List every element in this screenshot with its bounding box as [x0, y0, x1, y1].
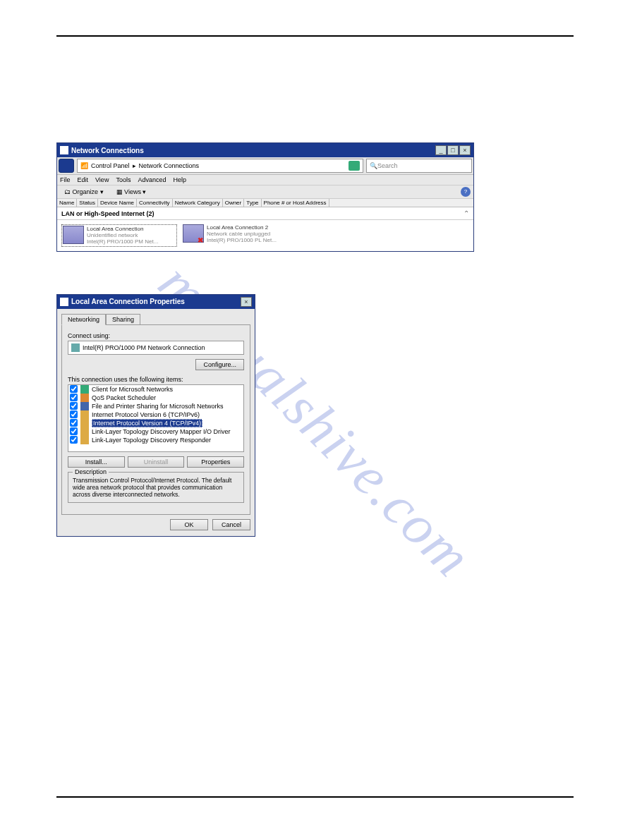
dialog-titlebar[interactable]: Local Area Connection Properties × — [57, 295, 255, 309]
list-item[interactable]: Client for Microsoft Networks — [68, 385, 243, 394]
nav-back-button[interactable] — [59, 159, 74, 173]
views-menu[interactable]: ▦ Views ▾ — [112, 187, 151, 197]
list-item-selected[interactable]: Internet Protocol Version 4 (TCP/IPv4) — [68, 419, 243, 427]
group-collapse-button[interactable]: ⌃ — [464, 209, 469, 217]
list-item[interactable]: Link-Layer Topology Discovery Mapper I/O… — [68, 427, 243, 436]
search-input[interactable]: 🔍 Search — [366, 159, 472, 173]
toolbar-help-button[interactable]: ? — [461, 187, 471, 197]
item-checkbox[interactable] — [70, 419, 78, 427]
toolbar: 🗂 Organize ▾ ▦ Views ▾ ? — [57, 185, 473, 199]
conn1-status: Unidentified network — [87, 232, 158, 238]
item-label: Client for Microsoft Networks — [92, 386, 173, 393]
item-label: Link-Layer Topology Discovery Mapper I/O… — [92, 428, 230, 435]
col-name[interactable]: Name — [57, 199, 77, 207]
item-checkbox[interactable] — [70, 427, 78, 435]
conn2-device: Intel(R) PRO/1000 PL Net... — [207, 237, 277, 243]
unplugged-icon: ✖ — [198, 236, 205, 243]
refresh-button[interactable] — [349, 161, 360, 171]
page-bottom-rule — [56, 796, 574, 798]
item-checkbox[interactable] — [70, 385, 78, 393]
window-titlebar[interactable]: Network Connections _ □ × — [57, 143, 473, 157]
tab-networking[interactable]: Networking — [61, 314, 106, 325]
window-title: Network Connections — [71, 147, 435, 154]
network-adapter-icon — [63, 226, 84, 244]
client-icon — [80, 385, 89, 394]
conn1-name: Local Area Connection — [87, 226, 158, 232]
group-header[interactable]: LAN or High-Speed Internet (2) ⌃ — [57, 207, 473, 220]
col-owner[interactable]: Owner — [223, 199, 245, 207]
address-bar: 📶 Control Panel ▸ Network Connections 🔍 … — [57, 157, 473, 175]
items-listbox[interactable]: Client for Microsoft Networks QoS Packet… — [68, 384, 244, 452]
window-icon — [60, 146, 68, 154]
protocol-icon — [80, 436, 89, 444]
menu-help[interactable]: Help — [173, 176, 186, 183]
col-connectivity[interactable]: Connectivity — [137, 199, 173, 207]
items-label: This connection uses the following items… — [68, 376, 244, 383]
col-type[interactable]: Type — [244, 199, 261, 207]
network-adapter-icon: ✖ — [183, 224, 204, 243]
maximize-button[interactable]: □ — [447, 145, 459, 155]
protocol-icon — [80, 410, 89, 419]
description-legend: Description — [73, 468, 109, 475]
menu-advanced[interactable]: Advanced — [138, 176, 166, 183]
tab-panel: Connect using: Intel(R) PRO/1000 PM Netw… — [61, 324, 250, 515]
connect-using-label: Connect using: — [68, 332, 244, 339]
item-checkbox[interactable] — [70, 402, 78, 410]
description-text: Transmission Control Protocol/Internet P… — [73, 477, 231, 498]
menu-bar: File Edit View Tools Advanced Help — [57, 175, 473, 185]
breadcrumb-segment-2[interactable]: Network Connections — [139, 162, 200, 169]
breadcrumb-segment-1[interactable]: Control Panel — [91, 162, 130, 169]
protocol-icon — [80, 427, 89, 436]
breadcrumb-icon: 📶 — [80, 162, 88, 169]
menu-file[interactable]: File — [60, 176, 71, 183]
item-label: Internet Protocol Version 4 (TCP/IPv4) — [92, 419, 202, 427]
ok-button[interactable]: OK — [170, 519, 208, 530]
item-label: File and Printer Sharing for Microsoft N… — [92, 403, 224, 410]
configure-button[interactable]: Configure... — [195, 359, 244, 370]
col-phone[interactable]: Phone # or Host Address — [262, 199, 329, 207]
group-header-label: LAN or High-Speed Internet (2) — [61, 210, 155, 217]
list-item[interactable]: Internet Protocol Version 6 (TCP/IPv6) — [68, 410, 243, 419]
install-button[interactable]: Install... — [68, 456, 125, 468]
adapter-name: Intel(R) PRO/1000 PM Network Connection — [83, 344, 205, 351]
properties-button[interactable]: Properties — [187, 456, 244, 468]
cancel-button[interactable]: Cancel — [212, 519, 250, 530]
adapter-field: Intel(R) PRO/1000 PM Network Connection — [68, 341, 244, 355]
item-checkbox[interactable] — [70, 436, 78, 444]
menu-tools[interactable]: Tools — [116, 176, 131, 183]
dialog-title: Local Area Connection Properties — [71, 298, 241, 305]
dialog-close-button[interactable]: × — [241, 297, 252, 307]
qos-icon — [80, 394, 89, 402]
list-item[interactable]: Link-Layer Topology Discovery Responder — [68, 436, 243, 444]
share-icon — [80, 402, 89, 410]
menu-view[interactable]: View — [95, 176, 109, 183]
item-label: Internet Protocol Version 6 (TCP/IPv6) — [92, 411, 200, 418]
tab-sharing[interactable]: Sharing — [106, 314, 140, 325]
menu-edit[interactable]: Edit — [78, 176, 89, 183]
close-button[interactable]: × — [459, 145, 471, 155]
organize-menu[interactable]: 🗂 Organize ▾ — [60, 187, 108, 197]
protocol-icon — [80, 419, 89, 427]
list-item[interactable]: QoS Packet Scheduler — [68, 394, 243, 402]
breadcrumb[interactable]: 📶 Control Panel ▸ Network Connections — [77, 159, 363, 173]
conn2-status: Network cable unplugged — [207, 231, 277, 237]
tab-strip: Networking Sharing — [61, 313, 250, 324]
item-checkbox[interactable] — [70, 410, 78, 418]
adapter-icon — [71, 343, 80, 352]
connection-item-2[interactable]: ✖ Local Area Connection 2 Network cable … — [183, 224, 296, 247]
conn1-device: Intel(R) PRO/1000 PM Net... — [87, 238, 158, 245]
connections-pane: Local Area Connection Unidentified netwo… — [57, 220, 473, 251]
list-item[interactable]: File and Printer Sharing for Microsoft N… — [68, 402, 243, 410]
search-placeholder: Search — [377, 162, 398, 169]
network-connections-window: Network Connections _ □ × 📶 Control Pane… — [56, 142, 474, 252]
conn2-name: Local Area Connection 2 — [207, 224, 277, 231]
item-checkbox[interactable] — [70, 394, 78, 401]
description-group: Description Transmission Control Protoco… — [68, 472, 244, 503]
uninstall-button: Uninstall — [128, 456, 185, 468]
col-category[interactable]: Network Category — [173, 199, 223, 207]
col-device[interactable]: Device Name — [98, 199, 137, 207]
minimize-button[interactable]: _ — [435, 145, 447, 155]
item-label: QoS Packet Scheduler — [92, 394, 156, 401]
col-status[interactable]: Status — [77, 199, 98, 207]
connection-item-1[interactable]: Local Area Connection Unidentified netwo… — [61, 224, 177, 247]
